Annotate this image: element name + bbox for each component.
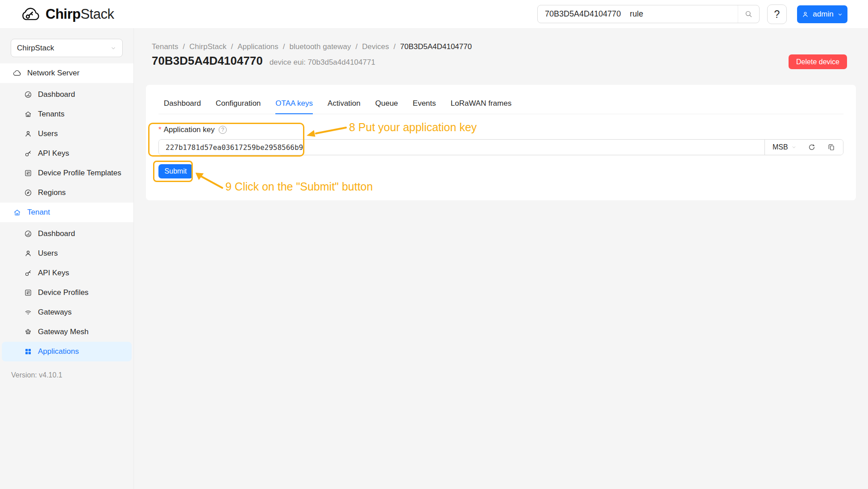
required-mark: *	[158, 125, 162, 134]
section-label: Network Server	[27, 69, 79, 78]
admin-user-menu[interactable]: admin	[797, 5, 847, 23]
chevron-down-icon	[837, 12, 843, 17]
sidebar-item-ns-users[interactable]: Users	[2, 124, 132, 144]
tab-activation[interactable]: Activation	[328, 99, 361, 114]
chirpstack-cloud-icon	[21, 6, 41, 23]
user-icon	[24, 249, 32, 257]
application-key-label: Application key	[164, 125, 215, 134]
application-key-label-row: * Application key ?	[158, 125, 843, 135]
home-icon	[24, 110, 32, 118]
breadcrumb-applications[interactable]: Applications	[237, 42, 278, 51]
section-label: Tenant	[27, 208, 50, 217]
tab-dashboard[interactable]: Dashboard	[164, 99, 201, 114]
item-label: Users	[38, 249, 58, 258]
breadcrumb-separator: /	[278, 42, 290, 51]
delete-device-button[interactable]: Delete device	[789, 54, 847, 69]
tab-lorawan-frames[interactable]: LoRaWAN frames	[451, 99, 511, 114]
appstore-grid-icon	[24, 348, 32, 356]
network-server-menu: Dashboard Tenants Users API Keys Device …	[0, 83, 133, 203]
page-head: 70B3D5A4D4104770 device eui: 70b3d5a4d41…	[152, 54, 375, 68]
control-sliders-icon	[24, 169, 32, 177]
main-content: Tenants / ChirpStack / Applications / bl…	[134, 28, 868, 489]
help-button[interactable]: ?	[767, 4, 787, 24]
item-label: Regions	[38, 188, 66, 197]
sidebar-item-device-profiles[interactable]: Device Profiles	[2, 283, 132, 303]
item-label: Dashboard	[38, 90, 75, 99]
breadcrumb-device-eui: 70B3D5A4D4104770	[400, 42, 472, 51]
tab-bar: Dashboard Configuration OTAA keys Activa…	[158, 85, 843, 114]
sidebar-item-applications[interactable]: Applications	[2, 342, 132, 361]
user-icon	[24, 130, 32, 138]
key-icon	[24, 149, 32, 157]
admin-label: admin	[813, 10, 833, 19]
sidebar-item-tenants[interactable]: Tenants	[2, 104, 132, 124]
sidebar-item-regions[interactable]: Regions	[2, 183, 132, 203]
page-title: 70B3D5A4D4104770	[152, 54, 263, 68]
tab-queue[interactable]: Queue	[375, 99, 398, 114]
application-key-input[interactable]	[159, 140, 764, 155]
tenant-select[interactable]: ChirpStack	[11, 39, 123, 57]
sidebar-item-tenant-users[interactable]: Users	[2, 244, 132, 263]
item-label: Users	[38, 129, 58, 138]
breadcrumb-bluetooth-gateway[interactable]: bluetooth gateway	[290, 42, 351, 51]
breadcrumb: Tenants / ChirpStack / Applications / bl…	[152, 42, 472, 51]
item-label: Device Profiles	[38, 288, 88, 297]
breadcrumb-separator: /	[351, 42, 362, 51]
key-icon	[24, 269, 32, 277]
item-label: Device Profile Templates	[38, 169, 121, 178]
byte-order-value: MSB	[772, 143, 788, 151]
chirpstack-logo: ChirpStack	[21, 0, 114, 28]
page-subtitle: device eui: 70b3d5a4d4104771	[270, 58, 375, 67]
tenant-menu: Dashboard Users API Keys Device Profiles…	[0, 222, 133, 361]
top-header: ChirpStack ? admin	[0, 0, 868, 28]
tab-otaa-keys[interactable]: OTAA keys	[275, 99, 313, 114]
breadcrumb-chirpstack[interactable]: ChirpStack	[189, 42, 226, 51]
item-label: Dashboard	[38, 229, 75, 238]
question-circle-icon[interactable]: ?	[219, 126, 227, 134]
control-sliders-icon	[24, 289, 32, 297]
item-label: API Keys	[38, 149, 69, 158]
sidebar-item-tenant-dashboard[interactable]: Dashboard	[2, 224, 132, 244]
dashboard-icon	[24, 91, 32, 99]
regenerate-key-icon[interactable]	[808, 143, 816, 151]
breadcrumb-separator: /	[226, 42, 237, 51]
item-label: Gateway Mesh	[38, 327, 88, 336]
dashboard-icon	[24, 230, 32, 238]
submit-button[interactable]: Submit	[158, 164, 193, 178]
tab-events[interactable]: Events	[413, 99, 436, 114]
sidebar-section-tenant[interactable]: Tenant	[0, 203, 133, 222]
copy-icon[interactable]	[827, 143, 835, 151]
home-icon	[13, 208, 21, 217]
breadcrumb-tenants[interactable]: Tenants	[152, 42, 179, 51]
sidebar-item-gateways[interactable]: Gateways	[2, 303, 132, 322]
global-search	[537, 5, 760, 23]
tab-configuration[interactable]: Configuration	[216, 99, 261, 114]
mesh-pentagon-icon	[24, 328, 32, 336]
chevron-down-icon	[791, 145, 797, 150]
chevron-down-icon	[110, 45, 116, 51]
sidebar: ChirpStack Network Server Dashboard Tena…	[0, 28, 134, 489]
sidebar-section-network-server[interactable]: Network Server	[0, 63, 133, 83]
user-icon	[802, 11, 809, 18]
search-icon[interactable]	[738, 5, 759, 23]
sidebar-item-device-profile-templates[interactable]: Device Profile Templates	[2, 163, 132, 183]
sidebar-item-tenant-api-keys[interactable]: API Keys	[2, 263, 132, 283]
item-label: Tenants	[38, 110, 65, 119]
breadcrumb-devices[interactable]: Devices	[362, 42, 389, 51]
key-input-addon: MSB	[764, 140, 843, 155]
compass-icon	[24, 189, 32, 197]
sidebar-item-gateway-mesh[interactable]: Gateway Mesh	[2, 322, 132, 342]
cloud-icon	[13, 69, 21, 78]
breadcrumb-separator: /	[389, 42, 400, 51]
version-label: Version: v4.10.1	[0, 371, 133, 379]
item-label: Applications	[38, 347, 79, 356]
brand-text: ChirpStack	[46, 6, 114, 22]
item-label: API Keys	[38, 269, 69, 278]
tenant-select-value: ChirpStack	[17, 44, 54, 53]
device-card: Dashboard Configuration OTAA keys Activa…	[146, 85, 856, 200]
byte-order-select[interactable]: MSB	[772, 143, 797, 151]
wifi-icon	[24, 308, 32, 316]
sidebar-item-ns-dashboard[interactable]: Dashboard	[2, 85, 132, 104]
sidebar-item-ns-api-keys[interactable]: API Keys	[2, 144, 132, 163]
search-input[interactable]	[538, 5, 738, 23]
